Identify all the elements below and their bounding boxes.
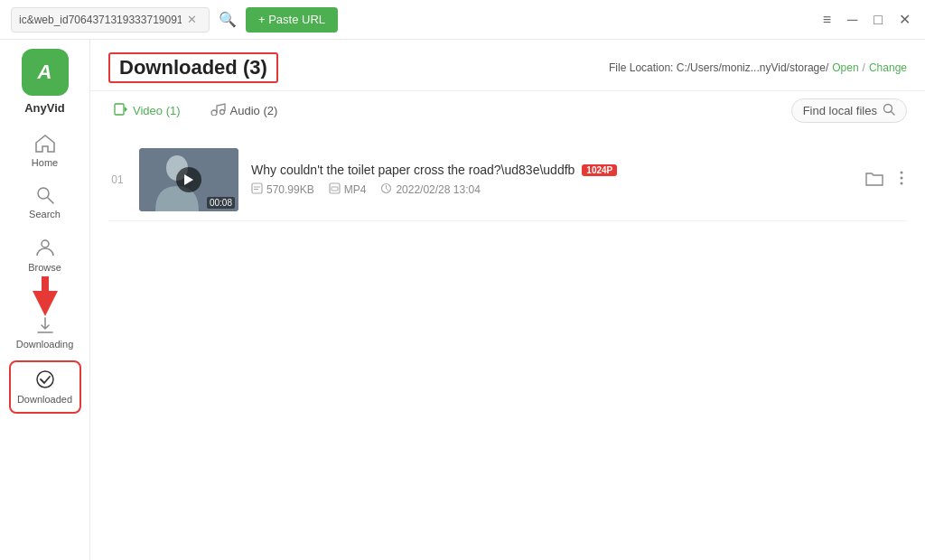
sidebar-item-search[interactable]: Search (9, 179, 81, 227)
open-folder-button[interactable] (862, 166, 887, 194)
svg-point-7 (211, 110, 217, 116)
quality-badge: 1024P (582, 164, 617, 176)
change-location-link[interactable]: Change (869, 61, 907, 74)
tabs-row: Video (1) Audio (2) Find local files (90, 91, 925, 130)
svg-line-1 (48, 198, 53, 203)
more-options-button[interactable] (896, 166, 907, 194)
video-thumbnail[interactable]: 00:08 (139, 148, 238, 211)
search-button[interactable]: 🔍 (217, 9, 238, 30)
svg-line-10 (892, 112, 895, 116)
titlebar: ic&web_id70643713193337190917 ✕ 🔍 + Past… (0, 0, 925, 40)
video-title-row: Why couldn't the toilet paper cross the … (251, 163, 849, 177)
date-meta: 2022/02/28 13:04 (380, 182, 480, 197)
menu-button[interactable]: ≡ (819, 10, 835, 30)
find-local-files-button[interactable]: Find local files (791, 98, 907, 123)
video-format: MP4 (344, 183, 367, 196)
browse-icon (35, 238, 55, 260)
sidebar-item-downloaded[interactable]: Downloaded (9, 360, 81, 414)
close-button[interactable]: ✕ (895, 9, 914, 30)
video-actions (862, 166, 907, 194)
search-nav-icon (36, 186, 54, 207)
location-separator: / (863, 61, 865, 74)
sidebar: A AnyVid Home Search (0, 40, 90, 560)
paste-url-button[interactable]: + Paste URL (246, 7, 338, 33)
file-size-meta: 570.99KB (251, 182, 314, 197)
sidebar-item-browse[interactable]: Browse (9, 230, 81, 280)
content-header: Downloaded (3) File Location: C:/Users/m… (90, 40, 925, 91)
video-index: 01 (108, 173, 126, 186)
video-list: 01 00:08 (90, 130, 925, 560)
search-icon: 🔍 (219, 12, 237, 27)
audio-tab-icon (210, 103, 226, 118)
url-clear-button[interactable]: ✕ (187, 14, 197, 25)
format-icon (329, 182, 341, 197)
sidebar-item-downloading-label: Downloading (16, 339, 74, 350)
format-meta: MP4 (329, 182, 367, 197)
video-tab-label: Video (1) (133, 104, 181, 117)
video-duration: 00:08 (207, 197, 235, 209)
app-name: AnyVid (24, 101, 65, 115)
video-info: Why couldn't the toilet paper cross the … (251, 163, 849, 197)
svg-marker-3 (33, 276, 58, 316)
maximize-button[interactable]: □ (870, 10, 886, 30)
logo-letter: A (38, 62, 52, 82)
play-button[interactable] (176, 167, 201, 192)
window-controls: ≡ ─ □ ✕ (819, 9, 914, 30)
svg-rect-14 (252, 183, 262, 193)
video-meta: 570.99KB MP4 (251, 182, 849, 197)
file-size: 570.99KB (266, 183, 314, 196)
svg-point-8 (220, 110, 224, 115)
find-local-label: Find local files (803, 104, 877, 117)
audio-tab-label: Audio (2) (230, 104, 278, 117)
sidebar-item-search-label: Search (29, 209, 61, 219)
svg-rect-18 (332, 187, 338, 191)
tabs-left: Video (1) Audio (2) (108, 100, 283, 121)
find-local-search-icon (883, 103, 895, 118)
tab-audio[interactable]: Audio (2) (204, 100, 284, 121)
url-bar[interactable]: ic&web_id70643713193337190917 ✕ (11, 7, 210, 33)
app-logo: A (22, 49, 69, 96)
downloaded-icon (35, 369, 55, 392)
svg-point-22 (901, 182, 903, 184)
svg-point-21 (901, 176, 903, 179)
page-title: Downloaded (3) (108, 52, 278, 83)
video-title: Why couldn't the toilet paper cross the … (251, 163, 575, 177)
sidebar-item-home-label: Home (32, 157, 58, 168)
svg-point-20 (901, 171, 903, 173)
svg-rect-6 (115, 104, 124, 115)
open-location-link[interactable]: Open (832, 61, 858, 74)
url-text: ic&web_id70643713193337190917 (19, 14, 182, 26)
sidebar-item-downloaded-label: Downloaded (17, 394, 72, 405)
video-date: 2022/02/28 13:04 (396, 183, 480, 196)
video-tab-icon (114, 103, 128, 118)
tab-video[interactable]: Video (1) (108, 100, 186, 121)
main-layout: A AnyVid Home Search (0, 40, 925, 560)
file-location: File Location: C:/Users/moniz...nyVid/st… (609, 61, 907, 74)
sidebar-item-home[interactable]: Home (9, 127, 81, 175)
home-icon (35, 135, 55, 155)
svg-point-5 (37, 371, 53, 387)
content-area: Downloaded (3) File Location: C:/Users/m… (90, 40, 925, 560)
svg-marker-13 (184, 174, 193, 185)
filesize-icon (251, 182, 263, 197)
clock-icon (380, 182, 392, 197)
sidebar-item-browse-label: Browse (28, 262, 61, 273)
svg-point-0 (38, 188, 49, 199)
table-row: 01 00:08 (108, 139, 907, 221)
minimize-button[interactable]: ─ (844, 10, 861, 30)
svg-point-2 (42, 240, 49, 247)
file-location-text: File Location: C:/Users/moniz...nyVid/st… (609, 61, 828, 74)
